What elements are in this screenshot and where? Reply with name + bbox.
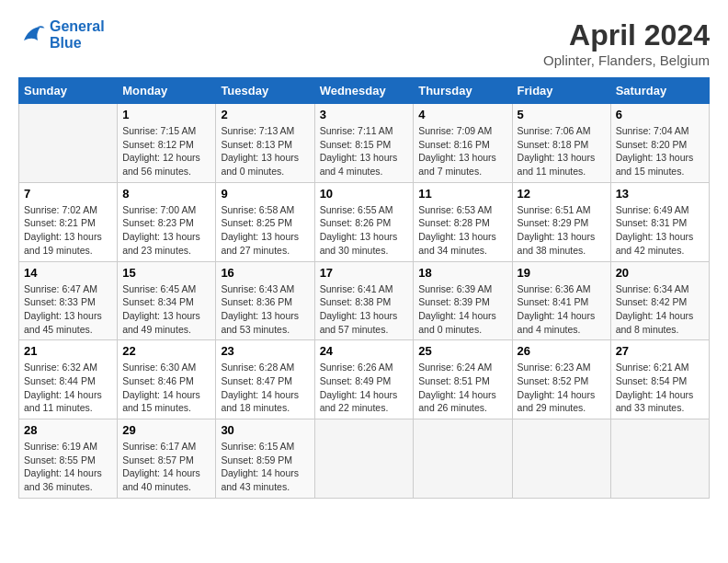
day-number: 13 xyxy=(616,187,704,201)
day-info: Sunrise: 6:26 AM Sunset: 8:49 PM Dayligh… xyxy=(320,361,409,415)
calendar-cell: 12Sunrise: 6:51 AM Sunset: 8:29 PM Dayli… xyxy=(512,182,610,261)
day-info: Sunrise: 6:28 AM Sunset: 8:47 PM Dayligh… xyxy=(221,361,309,415)
calendar-cell xyxy=(610,419,709,499)
header-row: Sunday Monday Tuesday Wednesday Thursday… xyxy=(19,78,710,104)
day-info: Sunrise: 7:11 AM Sunset: 8:15 PM Dayligh… xyxy=(320,124,409,178)
day-number: 10 xyxy=(320,187,409,201)
day-info: Sunrise: 7:04 AM Sunset: 8:20 PM Dayligh… xyxy=(616,124,704,178)
calendar-cell: 10Sunrise: 6:55 AM Sunset: 8:26 PM Dayli… xyxy=(314,182,414,261)
day-info: Sunrise: 6:30 AM Sunset: 8:46 PM Dayligh… xyxy=(122,361,210,415)
calendar-cell xyxy=(19,104,118,183)
day-number: 5 xyxy=(518,108,606,121)
month-title: April 2024 xyxy=(543,18,710,52)
calendar-week-5: 28Sunrise: 6:19 AM Sunset: 8:55 PM Dayli… xyxy=(19,419,710,499)
day-info: Sunrise: 7:09 AM Sunset: 8:16 PM Dayligh… xyxy=(418,124,506,178)
day-number: 26 xyxy=(518,344,606,358)
calendar-cell xyxy=(314,419,414,499)
calendar-cell: 14Sunrise: 6:47 AM Sunset: 8:33 PM Dayli… xyxy=(19,261,118,340)
day-number: 2 xyxy=(221,108,309,121)
day-number: 1 xyxy=(122,108,210,121)
day-number: 24 xyxy=(320,344,409,358)
day-info: Sunrise: 6:45 AM Sunset: 8:34 PM Dayligh… xyxy=(122,282,210,337)
day-info: Sunrise: 6:49 AM Sunset: 8:31 PM Dayligh… xyxy=(616,203,704,258)
day-number: 30 xyxy=(221,423,309,437)
day-number: 28 xyxy=(24,423,112,437)
day-info: Sunrise: 6:15 AM Sunset: 8:59 PM Dayligh… xyxy=(221,440,309,494)
logo-icon xyxy=(18,21,46,49)
day-info: Sunrise: 6:24 AM Sunset: 8:51 PM Dayligh… xyxy=(418,361,506,415)
calendar-cell: 28Sunrise: 6:19 AM Sunset: 8:55 PM Dayli… xyxy=(19,419,118,499)
day-info: Sunrise: 7:06 AM Sunset: 8:18 PM Dayligh… xyxy=(518,124,606,178)
calendar-cell: 27Sunrise: 6:21 AM Sunset: 8:54 PM Dayli… xyxy=(610,340,709,419)
day-number: 3 xyxy=(320,108,409,121)
day-number: 27 xyxy=(616,344,704,358)
day-number: 14 xyxy=(24,266,112,280)
day-info: Sunrise: 6:41 AM Sunset: 8:38 PM Dayligh… xyxy=(320,282,409,337)
day-number: 23 xyxy=(221,344,309,358)
day-info: Sunrise: 6:58 AM Sunset: 8:25 PM Dayligh… xyxy=(221,203,309,258)
day-number: 17 xyxy=(320,266,409,280)
calendar-cell: 1Sunrise: 7:15 AM Sunset: 8:12 PM Daylig… xyxy=(118,104,216,183)
calendar-week-1: 1Sunrise: 7:15 AM Sunset: 8:12 PM Daylig… xyxy=(19,104,710,183)
calendar-cell: 23Sunrise: 6:28 AM Sunset: 8:47 PM Dayli… xyxy=(216,340,314,419)
day-number: 7 xyxy=(24,187,112,201)
day-number: 15 xyxy=(122,266,210,280)
col-saturday: Saturday xyxy=(610,78,709,104)
day-info: Sunrise: 6:23 AM Sunset: 8:52 PM Dayligh… xyxy=(518,361,606,415)
day-number: 12 xyxy=(518,187,606,201)
day-info: Sunrise: 7:13 AM Sunset: 8:13 PM Dayligh… xyxy=(221,124,309,178)
calendar-cell: 3Sunrise: 7:11 AM Sunset: 8:15 PM Daylig… xyxy=(314,104,414,183)
logo-text: General Blue xyxy=(50,18,105,52)
day-number: 9 xyxy=(221,187,309,201)
calendar-cell: 16Sunrise: 6:43 AM Sunset: 8:36 PM Dayli… xyxy=(216,261,314,340)
page-header: General Blue April 2024 Oplinter, Flande… xyxy=(18,18,710,68)
day-info: Sunrise: 6:32 AM Sunset: 8:44 PM Dayligh… xyxy=(24,361,112,415)
calendar-cell: 4Sunrise: 7:09 AM Sunset: 8:16 PM Daylig… xyxy=(414,104,512,183)
calendar-cell: 22Sunrise: 6:30 AM Sunset: 8:46 PM Dayli… xyxy=(118,340,216,419)
day-number: 25 xyxy=(418,344,506,358)
day-number: 22 xyxy=(122,344,210,358)
calendar-cell: 30Sunrise: 6:15 AM Sunset: 8:59 PM Dayli… xyxy=(216,419,314,499)
day-info: Sunrise: 7:15 AM Sunset: 8:12 PM Dayligh… xyxy=(122,124,210,178)
day-info: Sunrise: 6:43 AM Sunset: 8:36 PM Dayligh… xyxy=(221,282,309,337)
day-info: Sunrise: 7:00 AM Sunset: 8:23 PM Dayligh… xyxy=(122,203,210,258)
calendar-cell: 13Sunrise: 6:49 AM Sunset: 8:31 PM Dayli… xyxy=(610,182,709,261)
calendar-cell: 17Sunrise: 6:41 AM Sunset: 8:38 PM Dayli… xyxy=(314,261,414,340)
col-monday: Monday xyxy=(118,78,216,104)
calendar-cell: 25Sunrise: 6:24 AM Sunset: 8:51 PM Dayli… xyxy=(414,340,512,419)
day-info: Sunrise: 6:55 AM Sunset: 8:26 PM Dayligh… xyxy=(320,203,409,258)
calendar-cell: 26Sunrise: 6:23 AM Sunset: 8:52 PM Dayli… xyxy=(512,340,610,419)
calendar-cell: 8Sunrise: 7:00 AM Sunset: 8:23 PM Daylig… xyxy=(118,182,216,261)
col-friday: Friday xyxy=(512,78,610,104)
calendar-cell: 21Sunrise: 6:32 AM Sunset: 8:44 PM Dayli… xyxy=(19,340,118,419)
day-number: 18 xyxy=(418,266,506,280)
day-number: 4 xyxy=(418,108,506,121)
day-number: 19 xyxy=(518,266,606,280)
calendar-cell: 29Sunrise: 6:17 AM Sunset: 8:57 PM Dayli… xyxy=(118,419,216,499)
day-info: Sunrise: 6:21 AM Sunset: 8:54 PM Dayligh… xyxy=(616,361,704,415)
day-info: Sunrise: 6:47 AM Sunset: 8:33 PM Dayligh… xyxy=(24,282,112,337)
calendar-cell: 19Sunrise: 6:36 AM Sunset: 8:41 PM Dayli… xyxy=(512,261,610,340)
calendar-cell: 11Sunrise: 6:53 AM Sunset: 8:28 PM Dayli… xyxy=(414,182,512,261)
day-number: 11 xyxy=(418,187,506,201)
day-info: Sunrise: 6:17 AM Sunset: 8:57 PM Dayligh… xyxy=(122,440,210,494)
day-number: 8 xyxy=(122,187,210,201)
calendar-week-3: 14Sunrise: 6:47 AM Sunset: 8:33 PM Dayli… xyxy=(19,261,710,340)
title-block: April 2024 Oplinter, Flanders, Belgium xyxy=(543,18,710,68)
location-subtitle: Oplinter, Flanders, Belgium xyxy=(543,52,710,68)
calendar-cell: 20Sunrise: 6:34 AM Sunset: 8:42 PM Dayli… xyxy=(610,261,709,340)
col-wednesday: Wednesday xyxy=(314,78,414,104)
calendar-cell: 5Sunrise: 7:06 AM Sunset: 8:18 PM Daylig… xyxy=(512,104,610,183)
calendar-cell xyxy=(414,419,512,499)
day-number: 6 xyxy=(616,108,704,121)
day-number: 29 xyxy=(122,423,210,437)
calendar-cell: 9Sunrise: 6:58 AM Sunset: 8:25 PM Daylig… xyxy=(216,182,314,261)
calendar-cell: 2Sunrise: 7:13 AM Sunset: 8:13 PM Daylig… xyxy=(216,104,314,183)
day-info: Sunrise: 6:39 AM Sunset: 8:39 PM Dayligh… xyxy=(418,282,506,337)
day-info: Sunrise: 6:51 AM Sunset: 8:29 PM Dayligh… xyxy=(518,203,606,258)
calendar-cell: 24Sunrise: 6:26 AM Sunset: 8:49 PM Dayli… xyxy=(314,340,414,419)
day-number: 20 xyxy=(616,266,704,280)
day-info: Sunrise: 6:19 AM Sunset: 8:55 PM Dayligh… xyxy=(24,440,112,494)
calendar-cell xyxy=(512,419,610,499)
day-number: 21 xyxy=(24,344,112,358)
